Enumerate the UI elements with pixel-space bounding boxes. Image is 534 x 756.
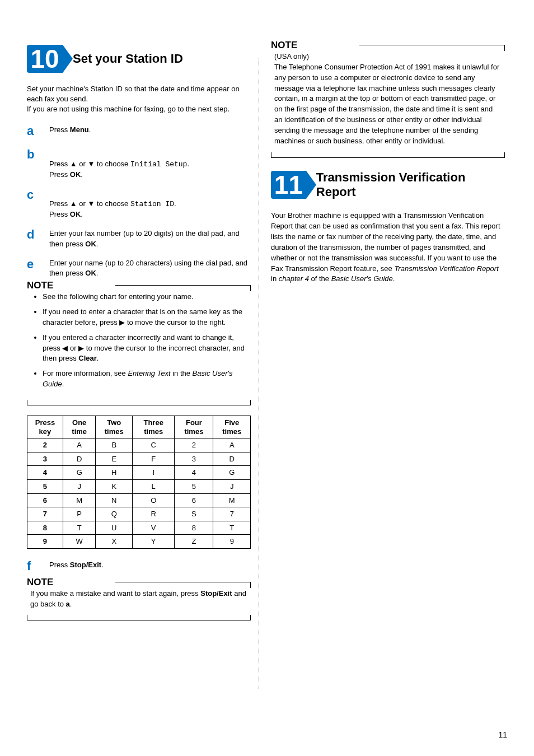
- text: If you entered a character incorrectly a…: [43, 333, 245, 363]
- table-cell: A: [213, 438, 251, 452]
- step-letter-d: d: [27, 226, 37, 249]
- table-cell: U: [96, 521, 133, 535]
- table-cell: G: [63, 466, 96, 480]
- note1-li4: For more information, see Entering Text …: [43, 368, 247, 390]
- italic-text: Transmission Verification Report: [394, 264, 498, 273]
- italic-text: Basic User's Guide: [331, 274, 393, 283]
- substep-e-body: Enter your name (up to 20 characters) us…: [49, 256, 251, 278]
- text: .: [70, 600, 72, 608]
- th-two: Two times: [96, 416, 133, 438]
- table-cell: K: [96, 479, 133, 493]
- step-ref: a: [66, 600, 70, 608]
- table-cell: 4: [27, 466, 63, 480]
- text: .: [89, 125, 91, 134]
- table-cell: G: [213, 466, 251, 480]
- table-cell: E: [96, 452, 133, 466]
- text: Enter your name (up to 20 characters) us…: [49, 259, 247, 277]
- text: .: [96, 240, 99, 248]
- ok-label: OK: [70, 210, 81, 218]
- step-title-10: Set your Station ID: [73, 52, 183, 66]
- stop-exit-label: Stop/Exit: [70, 561, 101, 569]
- table-cell: M: [63, 493, 96, 507]
- table-row: 7PQRS7: [27, 507, 251, 521]
- italic-text: Entering Text: [128, 369, 170, 377]
- th-four: Four times: [175, 416, 213, 438]
- step-letter-b: b: [27, 146, 37, 180]
- table-cell: R: [133, 507, 175, 521]
- th-one: One time: [63, 416, 96, 438]
- table-cell: 8: [175, 521, 213, 535]
- note-box-legal: NOTE (USA only) The Telephone Consumer P…: [271, 45, 505, 158]
- step-letter-e: e: [27, 256, 37, 278]
- substep-b: b Press ▲ or ▼ to choose Initial Setup. …: [27, 146, 251, 180]
- mono-text: Initial Setup: [130, 160, 187, 169]
- table-row: 8TUV8T: [27, 521, 251, 535]
- table-cell: D: [213, 452, 251, 466]
- table-cell: C: [133, 438, 175, 452]
- text: .: [62, 380, 64, 388]
- page-number: 11: [498, 730, 507, 739]
- text: If you make a mistake and want to start …: [30, 589, 200, 598]
- table-cell: J: [63, 479, 96, 493]
- table-cell: 6: [27, 493, 63, 507]
- substep-d-body: Enter your fax number (up to 20 digits) …: [49, 226, 251, 249]
- table-row: 5JKL5J: [27, 479, 251, 493]
- table-cell: Y: [133, 535, 175, 549]
- table-cell: X: [96, 535, 133, 549]
- note-body: The Telephone Consumer Protection Act of…: [274, 62, 502, 147]
- table-cell: 6: [175, 493, 213, 507]
- table-row: 2ABC2A: [27, 438, 251, 452]
- table-row: 9WXYZ9: [27, 535, 251, 549]
- substep-b-body: Press ▲ or ▼ to choose Initial Setup. Pr…: [49, 146, 251, 180]
- note-box-2: NOTE If you make a mistake and want to s…: [27, 582, 251, 621]
- text: of the: [309, 274, 331, 283]
- table-cell: Q: [96, 507, 133, 521]
- left-column: 10 Set your Station ID Set your machine'…: [27, 45, 251, 631]
- table-cell: B: [96, 438, 133, 452]
- substep-d: d Enter your fax number (up to 20 digits…: [27, 226, 251, 249]
- table-cell: F: [133, 452, 175, 466]
- table-cell: V: [133, 521, 175, 535]
- intro-paragraph: Set your machine's Station ID so that th…: [27, 84, 251, 115]
- substeps: a Press Menu. b Press ▲ or ▼ to choose I…: [27, 123, 251, 279]
- step-letter-f: f: [27, 558, 37, 575]
- table-cell: H: [96, 466, 133, 480]
- text: Enter your fax number (up to 20 digits) …: [49, 229, 240, 248]
- substep-f-body: Press Stop/Exit.: [49, 558, 251, 575]
- table-cell: T: [63, 521, 96, 535]
- table-cell: 8: [27, 521, 63, 535]
- table-cell: D: [63, 452, 96, 466]
- text: in the: [171, 369, 193, 377]
- step11-body: Your Brother machine is equipped with a …: [271, 211, 505, 284]
- substep-c: c Press ▲ or ▼ to choose Station ID. Pre…: [27, 186, 251, 220]
- text: .: [97, 354, 99, 362]
- table-cell: T: [213, 521, 251, 535]
- text: in: [271, 274, 279, 283]
- step-number-label: 11: [274, 170, 303, 200]
- substep-a-body: Press Menu.: [49, 123, 251, 140]
- table-cell: W: [63, 535, 96, 549]
- table-cell: 3: [175, 452, 213, 466]
- table-cell: 5: [175, 479, 213, 493]
- th-three: Three times: [133, 416, 175, 438]
- substep-e: e Enter your name (up to 20 characters) …: [27, 256, 251, 278]
- table-cell: 7: [213, 507, 251, 521]
- text: Press: [49, 561, 70, 569]
- ok-label: OK: [85, 240, 96, 248]
- table-header-row: Press key One time Two times Three times…: [27, 416, 251, 438]
- table-cell: 4: [175, 466, 213, 480]
- mono-text: Station ID: [130, 200, 174, 208]
- char-entry-table: Press key One time Two times Three times…: [27, 416, 251, 549]
- text: .: [101, 561, 104, 569]
- text: .: [393, 274, 395, 283]
- italic-text: chapter 4: [279, 274, 309, 283]
- th-five: Five times: [213, 416, 251, 438]
- step-header-11: 11 Transmission Verification Report: [271, 170, 505, 200]
- table-row: 3DEF3D: [27, 452, 251, 466]
- ok-label: OK: [70, 170, 81, 179]
- table-cell: 9: [27, 535, 63, 549]
- text: Press ▲ or ▼ to choose: [49, 160, 130, 168]
- note-sub: (USA only): [274, 52, 502, 62]
- th-press-key: Press key: [27, 416, 63, 438]
- clear-label: Clear: [78, 354, 97, 362]
